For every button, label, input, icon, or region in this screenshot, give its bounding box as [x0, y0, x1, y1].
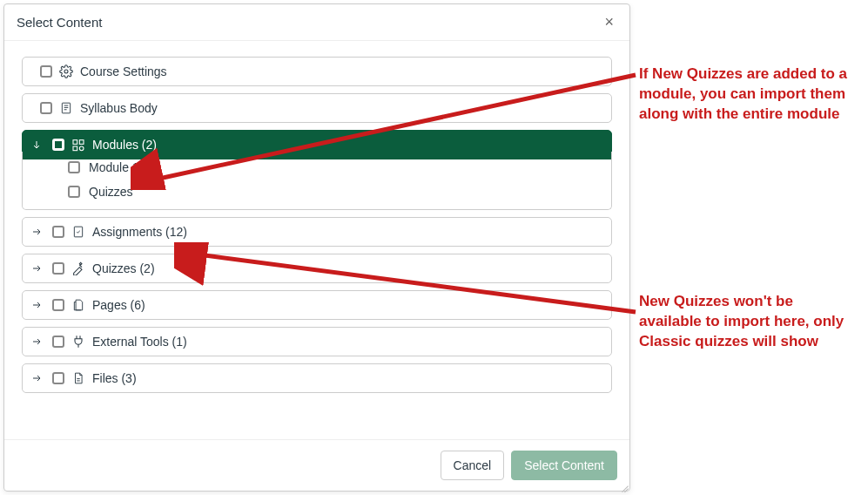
assignments-icon	[71, 225, 85, 239]
checkbox-external-tools[interactable]	[52, 336, 64, 348]
expand-icon[interactable]	[31, 227, 45, 237]
svg-rect-5	[73, 140, 77, 145]
tree-item-assignments[interactable]: Assignments (12)	[22, 217, 612, 247]
modules-icon	[71, 138, 85, 152]
checkbox-modules[interactable]	[52, 139, 64, 151]
tree-child-quizzes-module[interactable]: Quizzes	[23, 180, 611, 204]
svg-point-8	[79, 146, 84, 151]
collapse-icon[interactable]	[31, 139, 45, 150]
modal-footer: Cancel Select Content	[4, 439, 629, 491]
file-icon	[71, 371, 85, 385]
checkbox-module1[interactable]	[68, 161, 80, 173]
tree-item-course-settings[interactable]: Course Settings	[22, 57, 612, 86]
tree-item-label: Quizzes (2)	[92, 261, 155, 275]
svg-rect-1	[62, 103, 70, 113]
quizzes-icon	[71, 261, 85, 275]
cancel-button[interactable]: Cancel	[441, 451, 505, 480]
tree-child-label: Module 1	[89, 160, 139, 174]
expand-icon[interactable]	[31, 336, 45, 347]
tree-item-pages[interactable]: Pages (6)	[22, 290, 612, 320]
select-content-button[interactable]: Select Content	[511, 451, 617, 480]
annotation-bottom: New Quizzes won't be available to import…	[639, 292, 857, 352]
plug-icon	[71, 335, 85, 349]
svg-point-0	[64, 70, 68, 73]
syllabus-icon	[59, 101, 73, 115]
checkbox-assignments[interactable]	[52, 226, 64, 238]
close-button[interactable]: ×	[601, 13, 617, 31]
tree-item-label: Pages (6)	[92, 298, 145, 312]
resize-handle[interactable]	[616, 478, 629, 490]
modules-children: Module 1 Quizzes	[22, 152, 612, 210]
expand-icon[interactable]	[31, 373, 45, 383]
tree-child-module1[interactable]: Module 1	[23, 155, 611, 180]
modal-title: Select Content	[17, 15, 102, 30]
tree-item-label: Course Settings	[80, 64, 167, 78]
expand-icon[interactable]	[31, 300, 45, 310]
checkbox-files[interactable]	[52, 372, 64, 384]
tree-item-label: Syllabus Body	[80, 101, 158, 115]
tree-item-files[interactable]: Files (3)	[22, 363, 612, 393]
select-content-modal: Select Content × Course Settings Syllabu…	[3, 3, 630, 492]
annotation-top: If New Quizzes are added to a module, yo…	[639, 64, 857, 125]
gear-icon	[59, 64, 73, 78]
checkbox-quizzes[interactable]	[52, 262, 64, 275]
tree-item-syllabus-body[interactable]: Syllabus Body	[22, 93, 612, 123]
modal-header: Select Content ×	[4, 4, 629, 41]
tree-item-label: Assignments (12)	[92, 225, 187, 239]
tree-item-external-tools[interactable]: External Tools (1)	[22, 327, 612, 356]
svg-rect-7	[73, 146, 77, 151]
tree-item-label: Modules (2)	[92, 138, 157, 152]
checkbox-course-settings[interactable]	[40, 65, 52, 78]
tree-item-label: Files (3)	[92, 371, 137, 385]
tree-item-quizzes[interactable]: Quizzes (2)	[22, 254, 612, 283]
checkbox-pages[interactable]	[52, 299, 64, 311]
tree-child-label: Quizzes	[89, 185, 133, 199]
expand-icon[interactable]	[31, 263, 45, 274]
modal-body: Course Settings Syllabus Body Modules (2…	[4, 41, 629, 439]
checkbox-quizzes-module[interactable]	[68, 186, 80, 198]
tree-item-label: External Tools (1)	[92, 335, 187, 349]
pages-icon	[71, 298, 85, 312]
svg-rect-6	[79, 140, 84, 145]
checkbox-syllabus[interactable]	[40, 102, 52, 114]
